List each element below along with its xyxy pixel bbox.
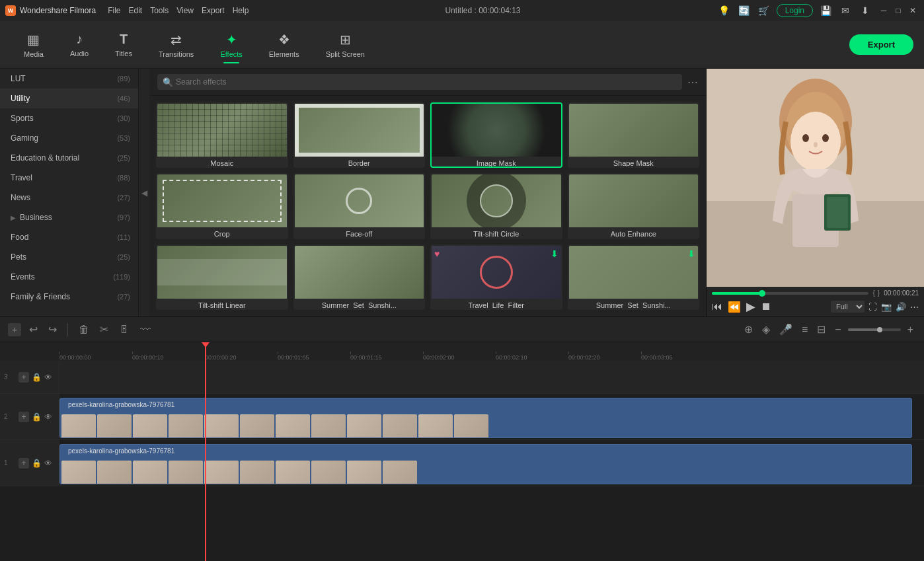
sidebar-item-food[interactable]: Food (11): [0, 227, 138, 247]
clip-track1[interactable]: pexels-karolina-grabowska-7976781: [59, 444, 912, 484]
zoom-select[interactable]: Full 75% 50%: [831, 301, 865, 313]
menu-tools[interactable]: Tools: [150, 6, 169, 15]
progress-bar[interactable]: [712, 292, 868, 295]
delete-button[interactable]: 🗑: [76, 322, 92, 337]
play-button[interactable]: ▶: [746, 299, 755, 314]
effect-tiltlinear[interactable]: Tilt-shift Linear: [156, 244, 288, 310]
cut-button[interactable]: ✂: [97, 322, 111, 337]
download-icon[interactable]: ⬇: [858, 3, 872, 18]
effect-travel[interactable]: ⬇ ♥ Travel_Life_Filter: [430, 244, 562, 310]
sidebar-item-education[interactable]: Education & tutorial (25): [0, 148, 138, 168]
mail-icon[interactable]: ✉: [838, 3, 853, 18]
close-button[interactable]: ✕: [907, 5, 919, 17]
lock-icon-3[interactable]: 🔒: [32, 373, 42, 382]
track-controls-3: 3 + 🔒 👁: [0, 361, 59, 393]
audio-button[interactable]: 🎚: [116, 322, 132, 337]
menu-help[interactable]: Help: [233, 6, 249, 15]
toolbar-media[interactable]: ▦ Media: [11, 26, 57, 63]
grid-options-button[interactable]: ⋯: [687, 76, 698, 89]
sidebar-collapse-button[interactable]: ◀: [139, 69, 149, 317]
fullscreen-button[interactable]: ⛶: [868, 302, 877, 312]
sidebar-news-label: News: [11, 193, 30, 202]
eye-icon-1[interactable]: 👁: [44, 459, 52, 468]
track-3-add[interactable]: +: [19, 372, 29, 383]
lock-icon-1[interactable]: 🔒: [32, 459, 42, 468]
sidebar-item-business[interactable]: ▶ Business (97): [0, 207, 138, 227]
split-button[interactable]: ⊟: [814, 322, 828, 337]
toolbar-elements[interactable]: ❖ Elements: [256, 26, 313, 63]
lock-icon-2[interactable]: 🔒: [32, 412, 42, 422]
effect-summer2[interactable]: ⬇ Summer_Set_Sunshi...: [568, 244, 700, 310]
toolbar-splitscreen[interactable]: ⊞ Split Screen: [313, 26, 378, 63]
sidebar-business-count: (97): [117, 213, 130, 221]
sidebar-item-travel[interactable]: Travel (88): [0, 168, 138, 188]
sidebar-lut-label: LUT: [11, 74, 26, 83]
effect-shapemask[interactable]: Shape Mask: [568, 102, 700, 168]
effect-mosaic[interactable]: Mosaic: [156, 102, 288, 168]
marker-button[interactable]: ◈: [759, 322, 773, 337]
maximize-button[interactable]: □: [892, 5, 904, 17]
eye-icon-3[interactable]: 👁: [44, 373, 52, 382]
menu-file[interactable]: File: [108, 6, 120, 15]
toolbar-transitions[interactable]: ⇄ Transitions: [145, 26, 207, 63]
sidebar-item-news[interactable]: News (27): [0, 188, 138, 207]
cart-icon[interactable]: 🛒: [757, 3, 771, 18]
zoom-out-button[interactable]: −: [832, 322, 843, 337]
more-button[interactable]: ⋯: [910, 302, 919, 312]
track-row-3: 3 + 🔒 👁: [0, 361, 924, 394]
effect-summer1[interactable]: Summer_Set_Sunshi...: [293, 244, 426, 310]
zoom-slider[interactable]: [848, 328, 901, 331]
sidebar-item-events[interactable]: Events (119): [0, 267, 138, 287]
undo-button[interactable]: ↩: [26, 322, 40, 337]
stop-button[interactable]: ⏹: [761, 301, 771, 313]
lightbulb-icon[interactable]: 💡: [717, 3, 732, 18]
current-time-display: 00:00:00:21: [884, 289, 919, 297]
mic-button[interactable]: 🎤: [777, 322, 795, 337]
menu-view[interactable]: View: [176, 6, 194, 15]
toolbar-effects[interactable]: ✦ Effects: [207, 26, 255, 63]
sidebar-item-sports[interactable]: Sports (30): [0, 108, 138, 128]
effect-crop-thumb: [157, 174, 287, 227]
effect-faceoff[interactable]: Face-off: [293, 173, 426, 239]
snap-button[interactable]: ⊕: [742, 322, 755, 337]
track-1-add[interactable]: +: [19, 458, 29, 468]
eye-icon-2[interactable]: 👁: [44, 412, 52, 422]
sidebar-item-gaming[interactable]: Gaming (53): [0, 128, 138, 148]
caption-button[interactable]: ≡: [799, 322, 810, 337]
titlebar-left: W Wondershare Filmora File Edit Tools Vi…: [5, 5, 249, 16]
export-button[interactable]: Export: [849, 34, 913, 55]
sidebar-item-lut[interactable]: LUT (89): [0, 69, 138, 89]
snapshot-button[interactable]: 📷: [881, 302, 892, 312]
step-back-button[interactable]: ⏪: [728, 301, 741, 313]
menu-export[interactable]: Export: [202, 6, 225, 15]
effect-border[interactable]: Border: [293, 102, 426, 168]
window-title: Untitled : 00:00:04:13: [445, 6, 520, 15]
effect-imagemask[interactable]: Image Mask: [430, 102, 562, 168]
track-2-add[interactable]: +: [19, 412, 29, 422]
login-button[interactable]: Login: [777, 4, 813, 17]
volume-button[interactable]: 🔊: [896, 302, 906, 312]
waveform-button[interactable]: 〰: [137, 322, 153, 337]
toolbar-audio[interactable]: ♪ Audio: [57, 26, 102, 63]
clip-track2[interactable]: pexels-karolina-grabowska-7976781: [59, 398, 912, 438]
effect-crop[interactable]: Crop: [156, 173, 288, 239]
sidebar-item-utility[interactable]: Utility (46): [0, 89, 138, 108]
save-icon[interactable]: 💾: [818, 3, 833, 18]
skip-back-button[interactable]: ⏮: [712, 301, 722, 313]
add-track-button[interactable]: +: [8, 323, 21, 336]
toolbar-titles-label: Titles: [115, 50, 132, 57]
toolbar-titles[interactable]: T Titles: [102, 26, 145, 63]
effect-tiltlinear-thumb: [157, 246, 287, 299]
zoom-in-button[interactable]: +: [905, 322, 916, 337]
search-input[interactable]: [157, 74, 682, 90]
splitscreen-icon: ⊞: [340, 32, 351, 48]
svg-point-7: [822, 134, 829, 142]
refresh-icon[interactable]: 🔄: [737, 3, 751, 18]
minimize-button[interactable]: ─: [878, 5, 890, 17]
sidebar-item-family[interactable]: Family & Friends (27): [0, 287, 138, 307]
menu-edit[interactable]: Edit: [129, 6, 143, 15]
redo-button[interactable]: ↪: [46, 322, 59, 337]
effect-tiltcircle[interactable]: Tilt-shift Circle: [430, 173, 562, 239]
effect-autoenhance[interactable]: Auto Enhance: [568, 173, 700, 239]
sidebar-item-pets[interactable]: Pets (25): [0, 247, 138, 267]
